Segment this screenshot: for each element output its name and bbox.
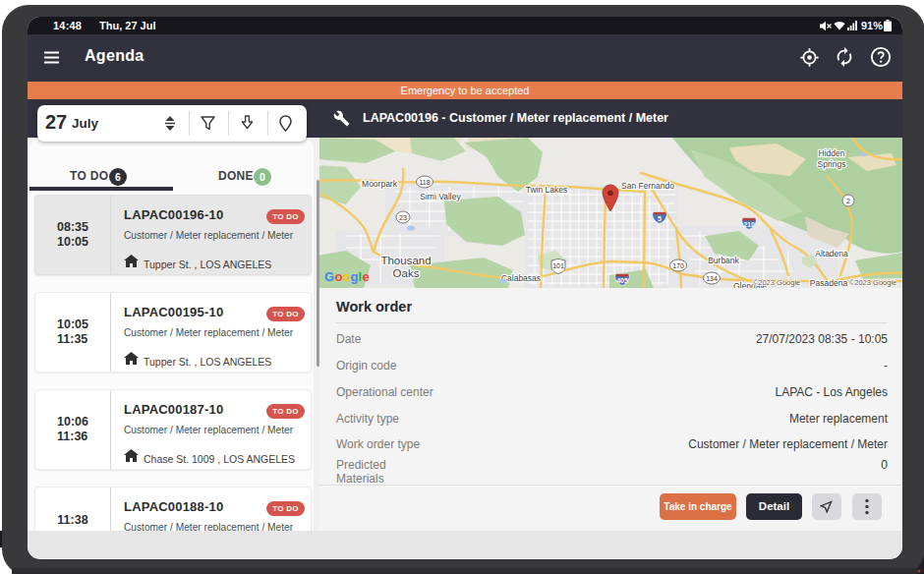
svg-text:210: 210 <box>743 221 755 228</box>
svg-text:405: 405 <box>616 277 628 284</box>
svg-text:Hidden: Hidden <box>819 148 845 158</box>
svg-text:Oaks: Oaks <box>393 267 420 279</box>
svg-text:Moorpark: Moorpark <box>362 179 398 189</box>
svg-text:G: G <box>324 269 334 284</box>
svg-text:San Fernando: San Fernando <box>621 181 674 191</box>
svg-text:g: g <box>351 269 359 284</box>
svg-text:Calabasas: Calabasas <box>501 273 541 283</box>
svg-text:134: 134 <box>706 275 718 282</box>
svg-text:118: 118 <box>419 179 430 186</box>
svg-text:170: 170 <box>672 262 684 269</box>
svg-text:Pasadena: Pasadena <box>810 278 848 288</box>
svg-text:©2023 Google: ©2023 Google <box>753 278 800 287</box>
svg-text:e: e <box>363 269 370 284</box>
svg-text:Altadena: Altadena <box>815 249 848 258</box>
svg-text:5: 5 <box>658 215 662 222</box>
svg-text:Burbank: Burbank <box>708 256 739 265</box>
svg-text:23: 23 <box>399 214 407 221</box>
svg-text:o: o <box>343 269 351 284</box>
svg-text:Twin Lakes: Twin Lakes <box>526 185 568 195</box>
svg-text:101: 101 <box>552 262 564 269</box>
svg-text:Simi Valley: Simi Valley <box>420 192 461 201</box>
svg-text:2: 2 <box>846 198 850 204</box>
svg-text:©2023 Google: ©2023 Google <box>849 278 896 287</box>
svg-text:Springs: Springs <box>818 159 846 169</box>
svg-text:o: o <box>335 269 343 284</box>
svg-text:Thousand: Thousand <box>380 255 431 266</box>
